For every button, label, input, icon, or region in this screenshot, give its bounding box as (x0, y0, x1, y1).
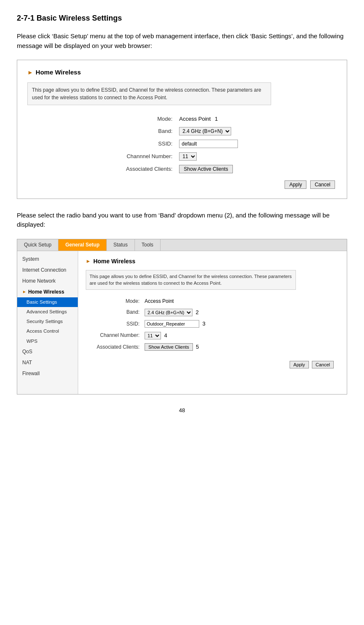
description-1: This page allows you to define ESSID, an… (27, 82, 271, 105)
channel-cell: 11 (176, 150, 241, 163)
mode-row: Mode: Access Point 1 (123, 113, 242, 125)
channel-select-2[interactable]: 11 (145, 332, 161, 339)
arrow-icon-1: ► (27, 68, 33, 77)
associated-row-2: Associated Clients: Show Active Clients … (94, 341, 208, 353)
hw-title-2: ► Home Wireless (86, 257, 339, 266)
annotation-3: 3 (202, 320, 205, 327)
action-buttons-1: Apply Cancel (27, 175, 337, 191)
sidebar-sub-advanced-settings[interactable]: Advanced Settings (17, 307, 78, 317)
ssid-input-2[interactable] (145, 320, 199, 328)
sidebar-item-home-wireless[interactable]: ► Home Wireless (17, 286, 78, 297)
sidebar-arrow-icon: ► (22, 289, 26, 295)
ssid-label-2: SSID: (94, 318, 142, 330)
mode-value-2: Access Point (142, 296, 208, 307)
channel-row: Channnel Number: 11 (123, 150, 242, 163)
hw-title-1: ► Home Wireless (27, 68, 337, 77)
annotation-2: 2 (195, 309, 198, 315)
form-table-1: Mode: Access Point 1 Band: 2.4 GHz (B+G+… (123, 113, 242, 176)
ssid-cell-2: 3 (142, 318, 208, 330)
mode-row-2: Mode: Access Point (94, 296, 208, 307)
show-active-clients-button-1[interactable]: Show Active Clients (179, 165, 232, 173)
sidebar-item-home-network[interactable]: Home Network (17, 275, 78, 286)
screenshot-1: ► Home Wireless This page allows you to … (17, 60, 347, 199)
channel-label: Channnel Number: (123, 150, 176, 163)
ssid-cell (176, 138, 241, 150)
band-row-2: Band: 2.4 GHz (B+G+N) 2 (94, 307, 208, 318)
sidebar-home-wireless-label: Home Wireless (28, 288, 64, 296)
mode-label-2: Mode: (94, 296, 142, 307)
annotation-1: 1 (215, 116, 218, 122)
annotation-5: 5 (196, 344, 199, 350)
action-buttons-2: Apply Cancel (86, 355, 339, 372)
mode-value: Access Point 1 (176, 113, 241, 125)
screen2-body: System Internet Connection Home Network … (17, 251, 347, 394)
arrow-icon-2: ► (86, 257, 91, 265)
sidebar-item-internet[interactable]: Internet Connection (17, 265, 78, 275)
associated-cell: Show Active Clients (176, 163, 241, 175)
sidebar: System Internet Connection Home Network … (17, 251, 78, 394)
band-select[interactable]: 2.4 GHz (B+G+N) (179, 127, 231, 135)
channel-cell-2: 11 4 (142, 330, 208, 342)
band-value-cell-2: 2.4 GHz (B+G+N) 2 (142, 307, 208, 318)
band-value-cell: 2.4 GHz (B+G+N) (176, 125, 241, 138)
mode-label: Mode: (123, 113, 176, 125)
sidebar-item-qos[interactable]: QoS (17, 346, 78, 357)
sidebar-sub-wps[interactable]: WPS (17, 336, 78, 346)
sidebar-sub-access-control[interactable]: Access Control (17, 326, 78, 336)
hw-label-1: Home Wireless (36, 68, 81, 77)
nav-bar: Quick Setup General Setup Status Tools (17, 239, 347, 251)
tab-quick-setup[interactable]: Quick Setup (17, 239, 58, 251)
channel-row-2: Channel Number: 11 4 (94, 330, 208, 342)
associated-label: Associated Clients: (123, 163, 176, 175)
ssid-row-2: SSID: 3 (94, 318, 208, 330)
associated-row: Associated Clients: Show Active Clients (123, 163, 242, 175)
hw-label-2: Home Wireless (93, 257, 135, 266)
sidebar-sub-security-settings[interactable]: Security Settings (17, 317, 78, 326)
apply-button-1[interactable]: Apply (285, 180, 306, 189)
sidebar-sub-basic-settings[interactable]: Basic Settings (17, 297, 78, 307)
apply-button-2[interactable]: Apply (290, 361, 309, 368)
ssid-label: SSID: (123, 138, 176, 150)
channel-label-2: Channel Number: (94, 330, 142, 342)
tab-status[interactable]: Status (107, 239, 135, 251)
sidebar-item-system[interactable]: System (17, 254, 78, 265)
channel-select[interactable]: 11 (179, 152, 197, 161)
band-label-2: Band: (94, 307, 142, 318)
description-2: This page allows you to define ESSID, an… (86, 270, 296, 290)
tab-tools[interactable]: Tools (135, 239, 161, 251)
tab-general-setup[interactable]: General Setup (58, 239, 106, 251)
band-label: Band: (123, 125, 176, 138)
ssid-input[interactable] (179, 140, 238, 148)
form-table-2: Mode: Access Point Band: 2.4 GHz (B+G+N)… (94, 296, 208, 353)
page-title: 2-7-1 Basic Wireless Settings (17, 13, 347, 24)
page-number: 48 (17, 406, 347, 415)
ssid-row: SSID: (123, 138, 242, 150)
intro-para1: Please click ‘Basic Setup’ menu at the t… (17, 32, 347, 50)
annotation-4: 4 (164, 332, 167, 339)
intro-para2: Please select the radio band you want to… (17, 211, 347, 230)
main-content: ► Home Wireless This page allows you to … (78, 251, 347, 394)
associated-label-2: Associated Clients: (94, 341, 142, 353)
band-row: Band: 2.4 GHz (B+G+N) (123, 125, 242, 138)
cancel-button-2[interactable]: Cancel (312, 361, 334, 368)
sidebar-item-nat[interactable]: NAT (17, 357, 78, 368)
screenshot-2: Quick Setup General Setup Status Tools S… (17, 239, 347, 395)
sidebar-item-firewall[interactable]: Firewall (17, 368, 78, 379)
associated-cell-2: Show Active Clients 5 (142, 341, 208, 353)
cancel-button-1[interactable]: Cancel (310, 180, 335, 189)
band-select-2[interactable]: 2.4 GHz (B+G+N) (145, 309, 193, 316)
show-active-clients-button-2[interactable]: Show Active Clients (145, 343, 193, 351)
